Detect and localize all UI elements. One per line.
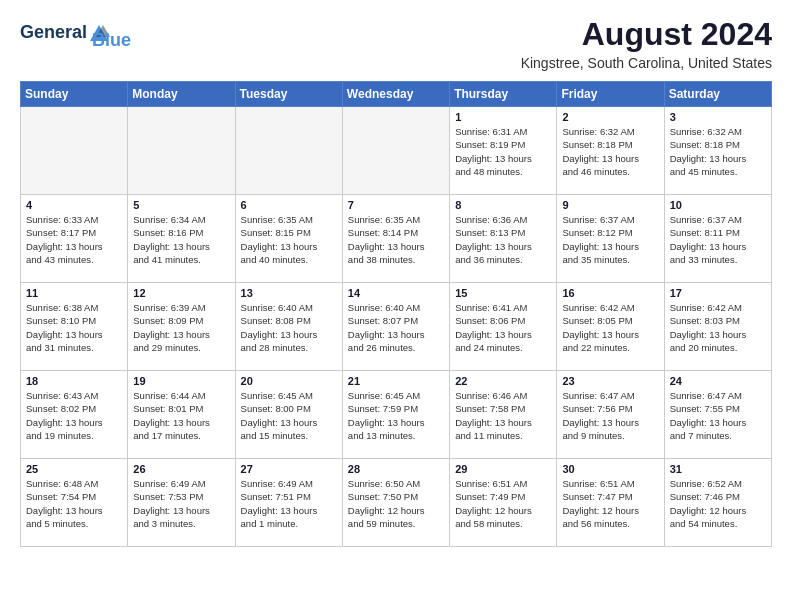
calendar-cell: 7Sunrise: 6:35 AM Sunset: 8:14 PM Daylig… <box>342 195 449 283</box>
calendar-cell: 16Sunrise: 6:42 AM Sunset: 8:05 PM Dayli… <box>557 283 664 371</box>
calendar-cell: 21Sunrise: 6:45 AM Sunset: 7:59 PM Dayli… <box>342 371 449 459</box>
calendar-cell: 9Sunrise: 6:37 AM Sunset: 8:12 PM Daylig… <box>557 195 664 283</box>
calendar-cell: 19Sunrise: 6:44 AM Sunset: 8:01 PM Dayli… <box>128 371 235 459</box>
day-number: 9 <box>562 199 658 211</box>
calendar-cell: 5Sunrise: 6:34 AM Sunset: 8:16 PM Daylig… <box>128 195 235 283</box>
calendar-week-2: 4Sunrise: 6:33 AM Sunset: 8:17 PM Daylig… <box>21 195 772 283</box>
day-info: Sunrise: 6:52 AM Sunset: 7:46 PM Dayligh… <box>670 477 766 530</box>
day-number: 30 <box>562 463 658 475</box>
calendar-cell: 27Sunrise: 6:49 AM Sunset: 7:51 PM Dayli… <box>235 459 342 547</box>
calendar-cell: 18Sunrise: 6:43 AM Sunset: 8:02 PM Dayli… <box>21 371 128 459</box>
day-info: Sunrise: 6:37 AM Sunset: 8:11 PM Dayligh… <box>670 213 766 266</box>
day-info: Sunrise: 6:35 AM Sunset: 8:15 PM Dayligh… <box>241 213 337 266</box>
day-info: Sunrise: 6:40 AM Sunset: 8:07 PM Dayligh… <box>348 301 444 354</box>
calendar: SundayMondayTuesdayWednesdayThursdayFrid… <box>20 81 772 547</box>
calendar-cell: 26Sunrise: 6:49 AM Sunset: 7:53 PM Dayli… <box>128 459 235 547</box>
page: General Blue August 2024 Kingstree, Sout… <box>0 0 792 557</box>
calendar-cell: 22Sunrise: 6:46 AM Sunset: 7:58 PM Dayli… <box>450 371 557 459</box>
day-info: Sunrise: 6:40 AM Sunset: 8:08 PM Dayligh… <box>241 301 337 354</box>
day-info: Sunrise: 6:42 AM Sunset: 8:03 PM Dayligh… <box>670 301 766 354</box>
day-number: 29 <box>455 463 551 475</box>
day-info: Sunrise: 6:48 AM Sunset: 7:54 PM Dayligh… <box>26 477 122 530</box>
day-info: Sunrise: 6:32 AM Sunset: 8:18 PM Dayligh… <box>562 125 658 178</box>
day-number: 22 <box>455 375 551 387</box>
day-number: 16 <box>562 287 658 299</box>
day-info: Sunrise: 6:39 AM Sunset: 8:09 PM Dayligh… <box>133 301 229 354</box>
day-info: Sunrise: 6:36 AM Sunset: 8:13 PM Dayligh… <box>455 213 551 266</box>
logo-blue: Blue <box>92 30 131 51</box>
calendar-cell: 28Sunrise: 6:50 AM Sunset: 7:50 PM Dayli… <box>342 459 449 547</box>
calendar-cell: 2Sunrise: 6:32 AM Sunset: 8:18 PM Daylig… <box>557 107 664 195</box>
day-number: 20 <box>241 375 337 387</box>
day-info: Sunrise: 6:31 AM Sunset: 8:19 PM Dayligh… <box>455 125 551 178</box>
day-info: Sunrise: 6:50 AM Sunset: 7:50 PM Dayligh… <box>348 477 444 530</box>
day-info: Sunrise: 6:35 AM Sunset: 8:14 PM Dayligh… <box>348 213 444 266</box>
day-number: 7 <box>348 199 444 211</box>
calendar-cell <box>342 107 449 195</box>
calendar-cell: 29Sunrise: 6:51 AM Sunset: 7:49 PM Dayli… <box>450 459 557 547</box>
day-info: Sunrise: 6:51 AM Sunset: 7:47 PM Dayligh… <box>562 477 658 530</box>
day-number: 19 <box>133 375 229 387</box>
day-number: 28 <box>348 463 444 475</box>
calendar-cell <box>21 107 128 195</box>
day-number: 15 <box>455 287 551 299</box>
calendar-cell: 1Sunrise: 6:31 AM Sunset: 8:19 PM Daylig… <box>450 107 557 195</box>
calendar-cell: 31Sunrise: 6:52 AM Sunset: 7:46 PM Dayli… <box>664 459 771 547</box>
day-info: Sunrise: 6:44 AM Sunset: 8:01 PM Dayligh… <box>133 389 229 442</box>
weekday-header-thursday: Thursday <box>450 82 557 107</box>
weekday-header-sunday: Sunday <box>21 82 128 107</box>
day-info: Sunrise: 6:46 AM Sunset: 7:58 PM Dayligh… <box>455 389 551 442</box>
day-number: 26 <box>133 463 229 475</box>
calendar-cell <box>128 107 235 195</box>
logo-general: General <box>20 22 87 42</box>
calendar-week-5: 25Sunrise: 6:48 AM Sunset: 7:54 PM Dayli… <box>21 459 772 547</box>
day-info: Sunrise: 6:34 AM Sunset: 8:16 PM Dayligh… <box>133 213 229 266</box>
calendar-cell: 11Sunrise: 6:38 AM Sunset: 8:10 PM Dayli… <box>21 283 128 371</box>
calendar-cell: 6Sunrise: 6:35 AM Sunset: 8:15 PM Daylig… <box>235 195 342 283</box>
calendar-week-4: 18Sunrise: 6:43 AM Sunset: 8:02 PM Dayli… <box>21 371 772 459</box>
day-number: 6 <box>241 199 337 211</box>
weekday-header-saturday: Saturday <box>664 82 771 107</box>
weekday-header-monday: Monday <box>128 82 235 107</box>
day-number: 3 <box>670 111 766 123</box>
day-number: 27 <box>241 463 337 475</box>
calendar-cell: 15Sunrise: 6:41 AM Sunset: 8:06 PM Dayli… <box>450 283 557 371</box>
day-number: 12 <box>133 287 229 299</box>
day-info: Sunrise: 6:42 AM Sunset: 8:05 PM Dayligh… <box>562 301 658 354</box>
day-number: 2 <box>562 111 658 123</box>
day-number: 14 <box>348 287 444 299</box>
calendar-cell: 24Sunrise: 6:47 AM Sunset: 7:55 PM Dayli… <box>664 371 771 459</box>
day-number: 23 <box>562 375 658 387</box>
day-info: Sunrise: 6:38 AM Sunset: 8:10 PM Dayligh… <box>26 301 122 354</box>
day-number: 1 <box>455 111 551 123</box>
day-info: Sunrise: 6:49 AM Sunset: 7:51 PM Dayligh… <box>241 477 337 530</box>
day-number: 18 <box>26 375 122 387</box>
calendar-cell: 8Sunrise: 6:36 AM Sunset: 8:13 PM Daylig… <box>450 195 557 283</box>
calendar-cell: 3Sunrise: 6:32 AM Sunset: 8:18 PM Daylig… <box>664 107 771 195</box>
calendar-header-row: SundayMondayTuesdayWednesdayThursdayFrid… <box>21 82 772 107</box>
day-info: Sunrise: 6:45 AM Sunset: 8:00 PM Dayligh… <box>241 389 337 442</box>
day-info: Sunrise: 6:45 AM Sunset: 7:59 PM Dayligh… <box>348 389 444 442</box>
day-info: Sunrise: 6:32 AM Sunset: 8:18 PM Dayligh… <box>670 125 766 178</box>
header: General Blue August 2024 Kingstree, Sout… <box>20 16 772 71</box>
day-number: 4 <box>26 199 122 211</box>
day-number: 8 <box>455 199 551 211</box>
day-info: Sunrise: 6:43 AM Sunset: 8:02 PM Dayligh… <box>26 389 122 442</box>
day-number: 5 <box>133 199 229 211</box>
calendar-cell: 13Sunrise: 6:40 AM Sunset: 8:08 PM Dayli… <box>235 283 342 371</box>
day-number: 25 <box>26 463 122 475</box>
main-title: August 2024 <box>521 16 772 53</box>
day-info: Sunrise: 6:51 AM Sunset: 7:49 PM Dayligh… <box>455 477 551 530</box>
day-number: 17 <box>670 287 766 299</box>
weekday-header-tuesday: Tuesday <box>235 82 342 107</box>
subtitle: Kingstree, South Carolina, United States <box>521 55 772 71</box>
day-number: 13 <box>241 287 337 299</box>
logo: General Blue <box>20 16 131 51</box>
calendar-cell <box>235 107 342 195</box>
title-block: August 2024 Kingstree, South Carolina, U… <box>521 16 772 71</box>
calendar-cell: 23Sunrise: 6:47 AM Sunset: 7:56 PM Dayli… <box>557 371 664 459</box>
calendar-cell: 12Sunrise: 6:39 AM Sunset: 8:09 PM Dayli… <box>128 283 235 371</box>
day-info: Sunrise: 6:49 AM Sunset: 7:53 PM Dayligh… <box>133 477 229 530</box>
day-number: 24 <box>670 375 766 387</box>
calendar-cell: 30Sunrise: 6:51 AM Sunset: 7:47 PM Dayli… <box>557 459 664 547</box>
